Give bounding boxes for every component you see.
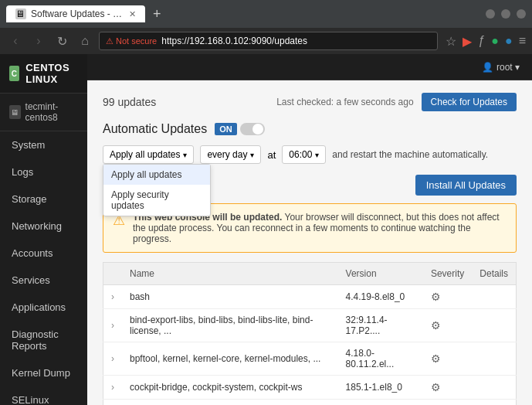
sidebar-item-diagnostic[interactable]: Diagnostic Reports [0,321,87,359]
main-content: 99 updates Last checked: a few seconds a… [87,80,532,405]
top-bar: 👤 root ▾ [87,54,532,80]
table-row[interactable]: › cockpit-bridge, cockpit-system, cockpi… [103,376,517,400]
right-panel: 👤 root ▾ 99 updates Last checked: a few … [87,54,532,405]
row-name: device-mapper-multipath, device-mapper-m… [122,400,338,406]
row-version: 4.18.0-80.11.2.el... [338,342,423,376]
toggle-wrap[interactable]: ON [215,123,265,135]
url-bar[interactable]: ⚠ Not secure https://192.168.0.102:9090/… [99,32,438,50]
sidebar: C CENTOS LINUX 🖥 tecmint-centos8 System … [0,54,87,405]
table-row[interactable]: › bash 4.4.19-8.el8_0 ⚙ [103,285,517,309]
user-info: 👤 root ▾ [482,62,520,73]
row-name: cockpit-bridge, cockpit-system, cockpit-… [122,376,338,400]
apply-dropdown-wrap: Apply all updates ▾ Apply all updates Ap… [103,145,194,164]
user-icon: 👤 [482,62,493,73]
app-container: C CENTOS LINUX 🖥 tecmint-centos8 System … [0,54,532,405]
row-severity: ⚙ [423,342,472,376]
table-row[interactable]: › bpftool, kernel, kernel-core, kernel-m… [103,342,517,376]
sidebar-item-logs[interactable]: Logs [0,158,87,185]
fx-sync-icon[interactable]: ƒ [478,34,485,48]
maximize-btn[interactable] [501,9,510,19]
last-checked-row: Last checked: a few seconds ago Check fo… [276,93,517,111]
apply-dropdown-btn[interactable]: Apply all updates ▾ [103,145,194,164]
restart-text: and restart the machine automatically. [332,149,488,160]
close-btn[interactable] [517,9,526,19]
toggle-on-label: ON [215,123,237,135]
sidebar-item-networking[interactable]: Networking [0,213,87,240]
row-expand-icon[interactable]: › [111,353,114,364]
install-all-btn[interactable]: Install All Updates [415,175,517,196]
reload-btn[interactable]: ↻ [53,34,71,49]
sidebar-item-kernel-dump[interactable]: Kernel Dump [0,359,87,386]
sidebar-item-storage[interactable]: Storage [0,185,87,213]
forward-btn[interactable]: › [29,34,48,48]
row-details [472,376,516,400]
browser-chrome: 🖥 Software Updates - tecm... ✕ + [0,0,532,28]
table-row[interactable]: › bind-export-libs, bind-libs, bind-libs… [103,309,517,342]
row-name: bpftool, kernel, kernel-core, kernel-mod… [122,342,338,376]
row-expand-icon[interactable]: › [111,320,114,331]
sidebar-nav: System Logs Storage Networking Accounts … [0,131,87,405]
pocket-icon[interactable]: ▶ [463,34,472,49]
ext-icon1[interactable]: ● [491,34,499,48]
automatic-updates-section: Automatic Updates ON [103,122,517,136]
tab-close-btn[interactable]: ✕ [129,9,136,19]
home-btn[interactable]: ⌂ [76,34,94,48]
bookmark-icon[interactable]: ☆ [446,34,456,49]
row-details [472,285,516,309]
warning-text: This web console will be updated. Your b… [133,212,507,244]
col-expand [103,263,123,285]
sidebar-item-services[interactable]: Services [0,267,87,294]
host-icon: 🖥 [9,105,21,119]
row-expand-icon[interactable]: › [111,382,114,393]
toolbar-icons: ☆ ▶ ƒ ● ● ≡ [446,34,526,49]
address-bar: ‹ › ↻ ⌂ ⚠ Not secure https://192.168.0.1… [0,28,532,54]
auto-update-row: Apply all updates ▾ Apply all updates Ap… [103,145,517,164]
minimize-btn[interactable] [486,9,495,19]
back-btn[interactable]: ‹ [6,34,25,48]
brand-logo: C [9,66,19,81]
row-version: 0.7.8-7.el8_0.2 [338,400,423,406]
not-secure-indicator: ⚠ Not secure [106,36,157,46]
automatic-updates-title: Automatic Updates [103,122,207,136]
col-details: Details [472,263,516,285]
row-severity: ⚙ [423,376,472,400]
row-name: bind-export-libs, bind-libs, bind-libs-l… [122,309,338,342]
warning-triangle-icon: ⚠ [113,212,125,244]
check-updates-btn[interactable]: Check for Updates [422,93,517,111]
warning-icon: ⚠ [106,36,114,46]
new-tab-btn[interactable]: + [153,6,161,22]
row-version: 185.1-1.el8_0 [338,376,423,400]
row-expand-icon[interactable]: › [111,291,114,302]
window-controls [486,9,526,19]
caret-down-icon3: ▾ [315,151,319,159]
row-details [472,400,516,406]
dropdown-item-security[interactable]: Apply security updates [103,185,210,216]
row-severity: ⚙ [423,400,472,406]
row-version: 4.4.19-8.el8_0 [338,285,423,309]
updates-header: 99 updates Last checked: a few seconds a… [103,93,517,111]
sidebar-item-accounts[interactable]: Accounts [0,240,87,267]
sidebar-brand: C CENTOS LINUX [0,54,87,94]
dropdown-item-all[interactable]: Apply all updates [103,165,210,185]
sidebar-item-applications[interactable]: Applications [0,294,87,321]
table-row[interactable]: › device-mapper-multipath, device-mapper… [103,400,517,406]
menu-icon[interactable]: ≡ [519,34,526,48]
sidebar-item-system[interactable]: System [0,131,87,158]
time-dropdown[interactable]: 06:00 ▾ [282,145,326,164]
browser-tab[interactable]: 🖥 Software Updates - tecm... ✕ [6,5,145,22]
row-details [472,309,516,342]
toggle-thumb [252,124,263,134]
row-name: bash [122,285,338,309]
col-name: Name [122,263,338,285]
sidebar-item-selinux[interactable]: SELinux [0,386,87,405]
col-version: Version [338,263,423,285]
at-label: at [267,149,276,161]
url-text: https://192.168.0.102:9090/updates [161,36,307,46]
row-severity: ⚙ [423,285,472,309]
caret-down-icon2: ▾ [250,151,254,159]
every-day-dropdown[interactable]: every day ▾ [200,145,261,164]
ext-icon2[interactable]: ● [505,34,513,48]
toggle-track[interactable] [240,123,265,135]
caret-down-icon: ▾ [183,151,187,159]
updates-table: Name Version Severity Details › bash 4.4… [103,262,517,405]
